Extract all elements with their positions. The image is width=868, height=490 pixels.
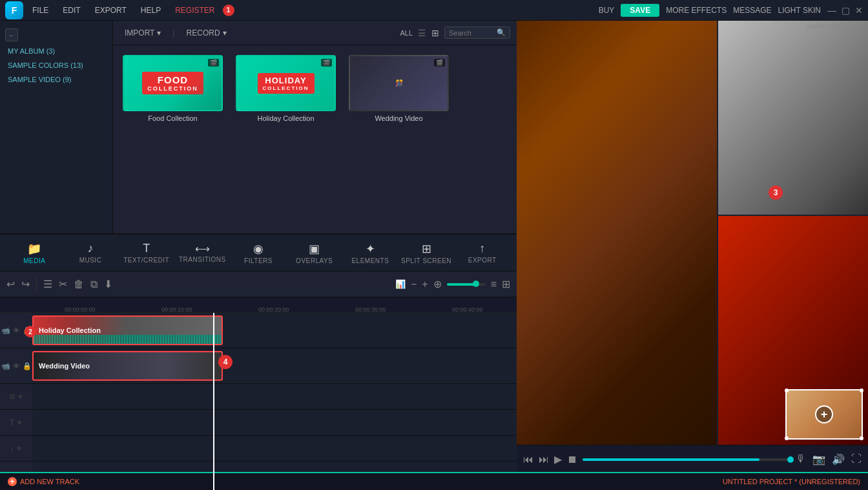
ruler-0: 00:00:00:00 xyxy=(65,306,96,313)
tab-textcredit[interactable]: T TEXT/CREDIT xyxy=(118,236,174,270)
track-3-eye[interactable]: 👁 xyxy=(17,394,23,400)
pip-overlay[interactable]: + xyxy=(785,389,863,440)
minimize-button[interactable]: — xyxy=(827,5,836,16)
track-text-icon: T xyxy=(10,418,15,427)
pip-corner-tl xyxy=(785,389,789,392)
track-2-content: Wedding Video 4 xyxy=(32,348,517,383)
record-button[interactable]: RECORD ▾ xyxy=(181,27,232,39)
tab-overlays[interactable]: ▣ OVERLAYS xyxy=(286,236,342,270)
track-2-lock[interactable]: 🔒 xyxy=(23,362,32,370)
tab-splitscreen-label: SPLIT SCREEN xyxy=(401,257,451,264)
buy-button[interactable]: BUY xyxy=(599,6,615,15)
message-button[interactable]: MESSAGE xyxy=(733,6,771,15)
more-effects-button[interactable]: MORE EFFECTS xyxy=(666,6,727,15)
aspect-ratio-label: ASPECT RATIO: 16:9 xyxy=(806,23,863,30)
pip-corner-bl xyxy=(785,436,789,440)
track-text-eye[interactable]: 👁 xyxy=(17,420,23,426)
add-btn[interactable]: ⊕ xyxy=(433,278,442,290)
media-library: ← MY ALBUM (3) SAMPLE COLORS (13) SAMPLE… xyxy=(0,21,517,234)
tab-textcredit-label: TEXT/CREDIT xyxy=(123,257,169,264)
zoom-slider-container xyxy=(447,283,486,286)
fullscreen-button[interactable]: ⛶ xyxy=(851,453,862,465)
tab-export-label: EXPORT xyxy=(468,257,497,264)
play-button[interactable]: ▶ xyxy=(554,453,562,465)
tab-elements-label: ELEMENTS xyxy=(351,257,389,264)
grid-btn[interactable]: ⊞ xyxy=(502,278,510,290)
search-input[interactable] xyxy=(449,29,494,37)
tab-export[interactable]: ↑ EXPORT xyxy=(454,236,510,270)
food-badge: 🎬 xyxy=(208,59,219,67)
list-view-icon[interactable]: ☰ xyxy=(418,28,426,38)
more-btn[interactable]: ≡ xyxy=(491,279,497,290)
preview-right-icons: 🎙 📷 🔊 ⛶ xyxy=(796,453,862,465)
cut-button[interactable]: ✂ xyxy=(59,278,67,290)
zoom-out-btn[interactable]: − xyxy=(411,279,417,290)
menu-edit[interactable]: EDIT xyxy=(60,5,83,16)
light-skin-button[interactable]: LIGHT SKIN xyxy=(778,6,821,15)
track-1-eye[interactable]: 👁 xyxy=(13,326,20,334)
wedding-video-label: Wedding Video xyxy=(375,114,422,122)
holiday-thumb[interactable]: HOLIDAY COLLECTION 🎬 xyxy=(236,55,336,111)
media-item-holiday[interactable]: HOLIDAY COLLECTION 🎬 Holiday Collection xyxy=(236,55,336,224)
copy-button[interactable]: ⧉ xyxy=(90,279,98,290)
pip-plus-icon[interactable]: + xyxy=(815,405,833,423)
tab-filters[interactable]: ◉ FILTERS xyxy=(231,236,287,270)
zoom-slider[interactable] xyxy=(447,283,486,286)
tab-music-label: MUSIC xyxy=(79,257,102,264)
preview-progress-bar[interactable] xyxy=(583,458,790,461)
tab-media-label: MEDIA xyxy=(23,257,45,264)
track-2-eye[interactable]: 👁 xyxy=(13,362,20,370)
save-button[interactable]: SAVE xyxy=(621,4,659,17)
sidebar-nav-back[interactable]: ← xyxy=(5,28,18,41)
clip-holiday[interactable]: Holiday Collection xyxy=(32,315,223,345)
sidebar-item-sample-colors[interactable]: SAMPLE COLORS (13) xyxy=(0,58,112,72)
badge-4: 4 xyxy=(218,355,232,369)
tab-splitscreen[interactable]: ⊞ SPLIT SCREEN xyxy=(398,236,455,270)
tab-music[interactable]: ♪ MUSIC xyxy=(63,236,119,270)
tab-transitions[interactable]: ⟷ TRANSITIONS xyxy=(174,236,231,270)
track-music1-controls: ♪ 👁 xyxy=(0,436,32,461)
tab-media[interactable]: 📁 MEDIA xyxy=(6,236,63,270)
sidebar-item-my-album[interactable]: MY ALBUM (3) xyxy=(0,44,112,58)
food-thumb[interactable]: FOOD COLLECTION 🎬 xyxy=(123,55,223,111)
zoom-in-btn[interactable]: + xyxy=(422,279,428,290)
mic-button[interactable]: 🎙 xyxy=(796,453,806,465)
redo-button[interactable]: ↪ xyxy=(21,278,30,290)
track-3-empty-content xyxy=(32,384,517,409)
undo-button[interactable]: ↩ xyxy=(6,278,15,290)
sidebar: ← MY ALBUM (3) SAMPLE COLORS (13) SAMPLE… xyxy=(0,21,113,233)
menu-file[interactable]: FILE xyxy=(30,5,51,16)
right-panel: + 3 ASPECT RATIO: 16:9 ⏮ ⏭ ▶ ⏹ 🎙 📷 🔊 ⛶ xyxy=(517,21,868,490)
search-icon[interactable]: 🔍 xyxy=(497,28,506,37)
track-music1-icon: ♪ xyxy=(10,445,14,453)
badge-2-container: 2 xyxy=(25,326,36,337)
menu-help[interactable]: HELP xyxy=(138,5,163,16)
media-item-wedding[interactable]: 🎊 🎬 Wedding Video xyxy=(349,55,449,224)
settings-button[interactable]: ☰ xyxy=(43,278,52,290)
snapshot-button[interactable]: 📷 xyxy=(812,453,825,465)
toolbar-sep-1 xyxy=(36,278,37,291)
tab-elements[interactable]: ✦ ELEMENTS xyxy=(342,236,398,270)
import-button[interactable]: IMPORT ▾ xyxy=(119,27,166,39)
menu-register[interactable]: REGISTER xyxy=(172,5,217,16)
stop-button[interactable]: ⏹ xyxy=(567,454,577,465)
sidebar-nav: ← xyxy=(0,26,112,44)
wedding-thumb[interactable]: 🎊 🎬 xyxy=(349,55,449,111)
grid-view-icon[interactable]: ⊞ xyxy=(431,28,439,38)
prev-frame-button[interactable]: ⏭ xyxy=(539,454,549,465)
sidebar-item-sample-video[interactable]: SAMPLE VIDEO (9) xyxy=(0,72,112,87)
volume-button[interactable]: 🔊 xyxy=(832,453,845,465)
paste-button[interactable]: ⬇ xyxy=(104,278,112,290)
delete-button[interactable]: 🗑 xyxy=(74,279,84,290)
add-track-button[interactable]: + ADD NEW TRACK xyxy=(8,477,79,486)
close-button[interactable]: ✕ xyxy=(855,5,863,16)
maximize-button[interactable]: ▢ xyxy=(842,5,850,16)
audio-btn[interactable]: 📊 xyxy=(395,279,406,289)
menu-export[interactable]: EXPORT xyxy=(92,5,129,16)
left-panel: ← MY ALBUM (3) SAMPLE COLORS (13) SAMPLE… xyxy=(0,21,517,490)
timeline-tracks: 2 📹 👁 🔒 Holiday Collection xyxy=(0,313,517,490)
clip-wedding[interactable]: Wedding Video xyxy=(32,351,223,381)
track-music1-eye[interactable]: 👁 xyxy=(16,445,22,452)
media-item-food[interactable]: FOOD COLLECTION 🎬 Food Collection xyxy=(123,55,223,224)
go-start-button[interactable]: ⏮ xyxy=(523,454,533,465)
